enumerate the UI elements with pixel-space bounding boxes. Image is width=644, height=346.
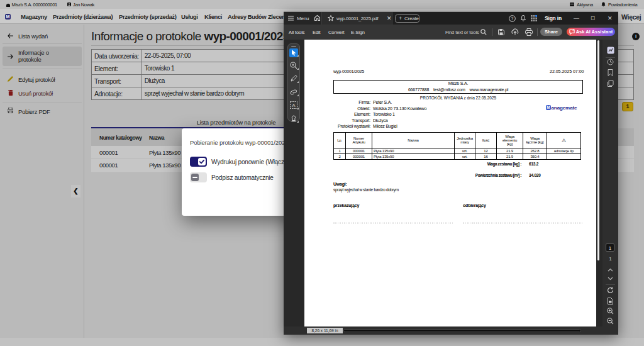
- svg-text:?: ?: [511, 16, 514, 21]
- svg-text:A: A: [292, 103, 296, 108]
